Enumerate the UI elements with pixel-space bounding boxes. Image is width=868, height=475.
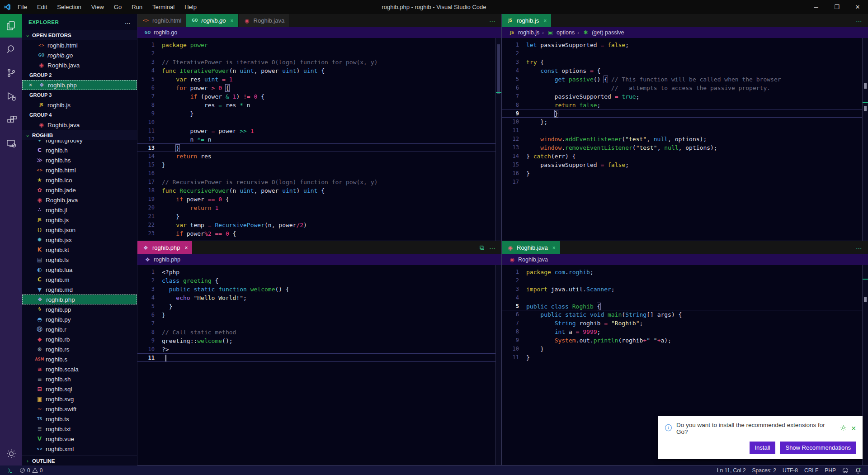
code-line[interactable]: 12 window.addEventListener("test", null,… <box>502 135 868 143</box>
status-crlf[interactable]: CRLF <box>801 466 821 475</box>
code-line[interactable]: 1<?php <box>137 268 501 276</box>
menu-selection[interactable]: Selection <box>53 2 85 12</box>
file-tree-item[interactable]: ◐roghib.lua <box>22 265 137 275</box>
code-line[interactable]: 3try { <box>502 58 868 66</box>
run-debug-icon[interactable] <box>0 85 22 108</box>
explorer-more-icon[interactable]: ... <box>125 19 131 25</box>
overview-ruler[interactable] <box>862 38 868 241</box>
open-editors-header[interactable]: ⌄ OPEN EDITORS <box>22 30 137 40</box>
tab-roghib.html[interactable]: <>roghib.html <box>137 14 186 27</box>
code-line[interactable]: 16} <box>502 169 868 178</box>
code-line[interactable]: 8 int a = 9999; <box>502 328 868 336</box>
code-line[interactable]: 8 res = res * n <box>137 101 501 109</box>
status-utf-8[interactable]: UTF-8 <box>779 466 801 475</box>
menu-edit[interactable]: Edit <box>33 2 51 12</box>
file-tree-item[interactable]: TSroghib.ts <box>22 414 137 424</box>
more-actions-icon[interactable]: ⋯ <box>856 244 863 252</box>
code-line[interactable]: 4 echo "Hello World!"; <box>137 294 501 302</box>
menu-run[interactable]: Run <box>127 2 146 12</box>
menu-file[interactable]: File <box>14 2 31 12</box>
breadcrumb-item[interactable]: ▣options <box>547 29 575 36</box>
settings-gear-icon[interactable] <box>0 442 22 466</box>
code-line[interactable]: 7 if (power & 1) != 0 { <box>137 92 501 101</box>
file-tree-item[interactable]: ✹roghib.jsx <box>22 235 137 245</box>
code-line[interactable]: 13 } <box>137 143 501 152</box>
breadcrumb-java[interactable]: ◉Roghib.java <box>502 254 868 265</box>
code-line[interactable]: 2 <box>502 276 868 285</box>
code-line[interactable]: 3 public static function welcome() { <box>137 285 501 294</box>
file-tree-item[interactable]: ▼roghib.md <box>22 285 137 294</box>
more-actions-icon[interactable]: ⋯ <box>489 244 496 252</box>
file-tree-item[interactable]: ❖roghib.php <box>22 294 137 304</box>
code-line[interactable]: 1package com.roghib; <box>502 268 868 276</box>
notifications-bell-icon[interactable] <box>852 466 864 475</box>
notification-close-icon[interactable]: ✕ <box>851 425 856 432</box>
code-line[interactable]: 1package power <box>137 41 501 49</box>
more-actions-icon[interactable]: ⋯ <box>856 17 863 24</box>
code-line[interactable]: 5public class Roghib { <box>502 302 868 310</box>
notification-gear-icon[interactable] <box>840 424 847 432</box>
breadcrumb-js[interactable]: JSroghib.js›▣options›✱(get) passive <box>502 27 868 38</box>
feedback-icon[interactable] <box>839 466 852 475</box>
code-line[interactable]: 6} <box>137 311 501 319</box>
code-line[interactable]: 23 if power%2 == 0 { <box>137 229 501 238</box>
tab-close-icon[interactable]: × <box>231 18 234 24</box>
file-tree-item[interactable]: ◓roghib.py <box>22 314 137 324</box>
code-line[interactable]: 4 <box>502 294 868 302</box>
code-line[interactable]: 17// RecursivePower is recursive O(logn)… <box>137 178 501 186</box>
open-editor-item[interactable]: GOroghib.go <box>22 50 137 60</box>
code-line[interactable]: 10 <box>137 118 501 127</box>
overview-ruler[interactable] <box>862 265 868 465</box>
code-editor-go[interactable]: 1package power23// IterativePower is ite… <box>137 38 501 241</box>
code-line[interactable]: 18func RecursivePower(n uint, power uint… <box>137 186 501 195</box>
code-line[interactable]: 4 const options = { <box>502 66 868 75</box>
more-actions-icon[interactable]: ⋯ <box>489 17 496 24</box>
file-tree-item[interactable]: Vroghib.vue <box>22 434 137 444</box>
code-line[interactable]: 4func IterativePower(n uint, power uint)… <box>137 66 501 75</box>
breadcrumb-go[interactable]: GOroghib.go <box>137 27 501 38</box>
file-tree-item[interactable]: ▤roghib.ls <box>22 255 137 265</box>
code-line[interactable]: 16 <box>137 169 501 178</box>
code-line[interactable]: 7 <box>137 319 501 328</box>
menu-terminal[interactable]: Terminal <box>148 2 179 12</box>
code-line[interactable]: 7 String roghib = "Roghib"; <box>502 319 868 328</box>
code-line[interactable]: 1let passiveSupported = false; <box>502 41 868 49</box>
open-editor-item[interactable]: JSroghib.js <box>22 100 137 110</box>
file-tree-item[interactable]: ϟroghib.pp <box>22 304 137 314</box>
code-line[interactable]: 15} <box>137 161 501 169</box>
file-tree-item[interactable]: ~roghib.swift <box>22 404 137 414</box>
code-line[interactable]: 10 }; <box>502 118 868 126</box>
remote-explorer-icon[interactable] <box>0 132 22 155</box>
file-tree-item[interactable]: ▣roghib.svg <box>22 394 137 404</box>
code-line[interactable]: 8 return false; <box>502 101 868 109</box>
file-tree-item[interactable]: ★roghib.ico <box>22 175 137 185</box>
remote-indicator[interactable] <box>4 466 16 475</box>
code-line[interactable]: 11 <box>137 353 501 362</box>
code-line[interactable]: 22 var temp = RecursivePower(n, power/2) <box>137 221 501 229</box>
code-line[interactable]: 9 } <box>502 109 868 118</box>
file-tree-item[interactable]: ✿roghib.jade <box>22 185 137 195</box>
close-icon[interactable]: × <box>29 82 35 88</box>
tab-close-icon[interactable]: × <box>543 18 547 24</box>
file-tree-item[interactable]: ✦roghib.groovy <box>22 140 137 145</box>
tab-roghib.go[interactable]: GOroghib.go× <box>186 14 238 27</box>
code-line[interactable]: 10 } <box>502 345 868 353</box>
code-line[interactable]: 7 passiveSupported = true; <box>502 92 868 101</box>
file-tree-item[interactable]: {}roghib.json <box>22 225 137 235</box>
open-editor-item[interactable]: ◉Roghib.java <box>22 60 137 70</box>
status-php[interactable]: PHP <box>821 466 839 475</box>
folder-header[interactable]: ⌄ ROGHIB <box>22 130 137 140</box>
code-line[interactable]: 2 <box>137 49 501 58</box>
code-line[interactable]: 20 return 1 <box>137 204 501 212</box>
breadcrumb-item[interactable]: GOroghib.go <box>144 29 177 36</box>
file-tree-item[interactable]: ≡roghib.sh <box>22 374 137 384</box>
show-recommendations-button[interactable]: Show Recommendations <box>780 442 856 454</box>
code-line[interactable]: 6 for power > 0 { <box>137 84 501 92</box>
extensions-icon[interactable] <box>0 108 22 132</box>
menu-help[interactable]: Help <box>180 2 201 12</box>
code-line[interactable]: 14 return res <box>137 152 501 161</box>
file-tree-item[interactable]: Croghib.m <box>22 275 137 285</box>
file-tree-item[interactable]: JSroghib.js <box>22 215 137 225</box>
problems-indicator[interactable]: 0 0 <box>16 466 46 475</box>
file-tree-item[interactable]: ⊟roghib.sql <box>22 384 137 394</box>
